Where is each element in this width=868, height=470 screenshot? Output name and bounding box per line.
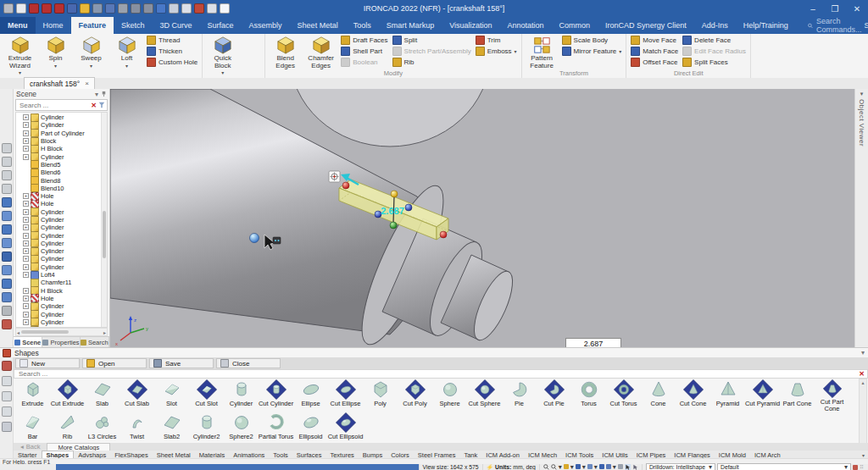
catalog-item-pyramid[interactable]: Pyramid (710, 379, 745, 412)
zoom-icon-caret[interactable]: ▾ (559, 463, 562, 470)
tree-item-loft4[interactable]: +Loft4 (16, 271, 102, 279)
ribbon-button-quick-block[interactable]: Quick Block▾ (205, 35, 240, 77)
ribbon-button-blend-edges[interactable]: Blend Edges (268, 35, 303, 69)
document-tab-close-icon[interactable]: × (85, 80, 89, 87)
scroll-left-icon[interactable]: ◂ (17, 329, 19, 335)
catalog-scrollbar[interactable]: ▴ (859, 379, 867, 446)
ribbon-tab-sheet-metal[interactable]: Sheet Metal (290, 17, 346, 34)
catalog-item-rib[interactable]: Rib (50, 412, 85, 443)
expander-icon[interactable]: + (23, 224, 29, 230)
orbit-view-icon[interactable] (599, 464, 604, 470)
ribbon-button-loft[interactable]: Loft▾ (109, 35, 144, 69)
scroll-right-icon[interactable]: ▸ (103, 329, 106, 335)
tree-item-block[interactable]: +Block (16, 137, 102, 145)
camera-gray-4-icon[interactable] (2, 184, 12, 194)
swatch-tool-icon[interactable] (2, 422, 12, 432)
catalog-item-cut-cylinder[interactable]: Cut Cylinder (259, 379, 293, 412)
catalog-item-cut-slot[interactable]: Cut Slot (189, 379, 224, 412)
view-cube-1-icon[interactable] (2, 197, 12, 207)
handle-blue-1[interactable] (405, 204, 412, 211)
tree-item-cylinder[interactable]: +Cylinder (16, 152, 102, 160)
handle-green[interactable] (390, 222, 397, 229)
scene-tree-scrollbar[interactable] (101, 113, 107, 327)
ribbon-button-trim[interactable]: Trim (474, 35, 519, 46)
catalog-item-poly[interactable]: Poly (363, 379, 398, 412)
select-tool-icon[interactable] (625, 464, 631, 470)
catalog-item-sphere[interactable]: Sphere (432, 379, 467, 412)
new-scene-icon[interactable] (16, 3, 26, 14)
scene-tab-scene[interactable]: Scene (14, 337, 42, 347)
pdf-export-icon[interactable] (54, 3, 64, 14)
ribbon-tab-3d-curve[interactable]: 3D Curve (153, 17, 200, 34)
tree-item-blend5[interactable]: Blend5 (16, 161, 102, 169)
perspective-view-icon[interactable] (606, 464, 611, 470)
expander-icon[interactable]: + (23, 272, 29, 278)
catalog-back-button[interactable]: ◂ Back (14, 443, 47, 451)
ribbon-button-offset-face[interactable]: Offset Face (629, 57, 680, 68)
triball-icon[interactable] (169, 3, 179, 14)
minimize-button[interactable]: – (802, 0, 824, 17)
ribbon-button-thread[interactable]: Thread (145, 35, 199, 46)
tree-item-blend8[interactable]: Blend8 (16, 176, 102, 184)
zoom-window-icon[interactable] (543, 464, 549, 470)
tree-item-cylinder[interactable]: +Cylinder (16, 240, 102, 247)
catalog-item-cut-sphere[interactable]: Cut Sphere (467, 379, 502, 412)
ribbon-button-thicken[interactable]: Thicken (145, 46, 199, 57)
catalog-item-cut-ellipse[interactable]: Cut Ellipse (328, 379, 363, 412)
ribbon-button-move-face[interactable]: Move Face (629, 35, 680, 46)
redo-icon[interactable] (143, 3, 153, 14)
wireframe-view-icon-caret[interactable]: ▾ (582, 463, 586, 470)
ribbon-tab-feature[interactable]: Feature (71, 17, 114, 34)
ribbon-button-extrude-wizard[interactable]: Extrude Wizard▾ (3, 35, 37, 77)
close-button[interactable]: ✕ (846, 0, 868, 17)
ribbon-tab-surface[interactable]: Surface (200, 17, 242, 34)
open-icon[interactable] (80, 3, 90, 14)
catalog-item-cut-poly[interactable]: Cut Poly (398, 379, 432, 412)
ribbon-button-custom-hole[interactable]: Custom Hole (145, 57, 199, 68)
dimension-tool-icon[interactable] (2, 406, 12, 417)
save-icon[interactable] (92, 3, 103, 14)
catalog-item-twist[interactable]: Twist (120, 412, 154, 443)
tree-item-cylinder[interactable]: +Cylinder (16, 231, 102, 239)
resize-grip[interactable]: ⠿ (860, 464, 865, 470)
tree-item-cylinder[interactable]: +Cylinder (16, 263, 102, 271)
measure-icon[interactable] (2, 319, 12, 329)
dimension-input[interactable]: 2.687 (565, 338, 621, 347)
undo-icon[interactable] (131, 3, 141, 14)
catalog-item-cylinder2[interactable]: Cylinder2 (189, 412, 224, 443)
ribbon-button-emboss[interactable]: Emboss▾ (474, 46, 519, 57)
print-icon[interactable] (105, 3, 115, 14)
camera-gray-1-icon[interactable] (2, 143, 12, 153)
ribbon-tab-tools[interactable]: Tools (346, 17, 379, 34)
expander-icon[interactable]: + (23, 130, 29, 136)
expander-icon[interactable]: + (23, 248, 29, 254)
image-export-icon[interactable] (67, 3, 77, 14)
anchor-icon[interactable] (329, 171, 340, 182)
scene-search-clear-icon[interactable]: ✕ (91, 102, 97, 109)
view-cube-4-icon[interactable] (2, 238, 12, 248)
handle-yellow[interactable] (391, 191, 398, 197)
ribbon-button-scale-body[interactable]: Scale Body (560, 35, 624, 46)
scene-search-box[interactable]: ✕ (15, 99, 108, 111)
filter-icon[interactable] (98, 102, 105, 108)
scene-tree-hscrollbar[interactable]: ◂ ▸ (15, 328, 108, 336)
catalog-item-extrude[interactable]: Extrude (15, 379, 50, 412)
tree-item-cylinder[interactable]: +Cylinder (16, 216, 102, 224)
catalog-item-partial-torus[interactable]: Partial Torus (259, 412, 293, 443)
ribbon-button-match-face[interactable]: Match Face (629, 46, 680, 57)
tree-item-h-block[interactable]: +H Block (16, 326, 102, 328)
ribbon-button-rib[interactable]: Rib (391, 57, 473, 68)
handle-red-1[interactable] (342, 182, 349, 189)
tree-item-cylinder[interactable]: +Cylinder (16, 247, 102, 255)
ribbon-tab-menu[interactable]: Menu (0, 17, 36, 34)
shapes-panel-caret-icon[interactable]: ▾ (861, 349, 868, 357)
ribbon-button-sweep[interactable]: Sweep▾ (74, 35, 108, 69)
catalog-item-slot[interactable]: Slot (154, 379, 189, 412)
scene-tab-properties[interactable]: Properties (42, 337, 80, 347)
catalog-item-cut-part-cone[interactable]: Cut Part Cone (815, 379, 849, 412)
ribbon-button-chamfer-edges[interactable]: Chamfer Edges (303, 35, 338, 69)
ribbon-button-split-faces[interactable]: Split Faces (681, 57, 748, 68)
scene-menu-caret-icon[interactable]: ▾ (95, 91, 98, 98)
expander-icon[interactable]: + (23, 312, 29, 318)
command-search[interactable]: Search Commands... (808, 17, 865, 34)
